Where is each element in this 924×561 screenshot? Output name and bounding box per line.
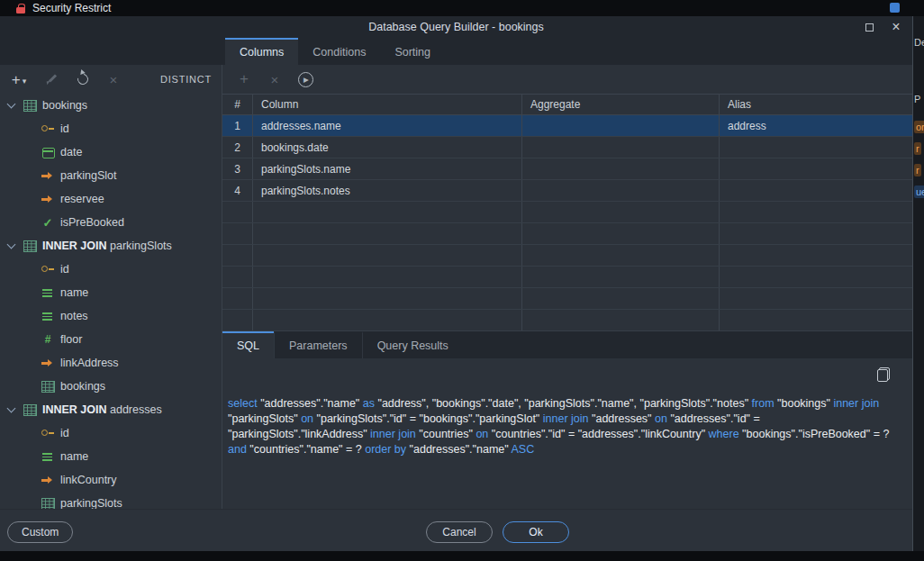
sql-token: "countries"."id" = "addresses"."linkCoun… [488,428,708,440]
column-cell[interactable]: bookings.date [253,137,522,158]
tab-conditions[interactable]: Conditions [298,38,380,65]
tree-item-parkingSlots[interactable]: INNER JOIN parkingSlots [0,234,222,258]
sql-token: "countries"."name" = ? [247,443,365,456]
ok-button[interactable]: Ok [503,521,569,543]
alias-cell[interactable]: address [720,115,912,136]
columns-grid: 1addresses.nameaddress2bookings.date3par… [222,115,912,331]
tab-query-results[interactable]: Query Results [362,331,463,358]
alias-cell[interactable] [720,137,912,158]
cancel-button[interactable]: Cancel [426,521,493,543]
tree-item-reservee[interactable]: reservee [0,187,222,211]
check-icon: ✓ [41,216,54,229]
chevron-down-icon[interactable] [7,240,16,249]
tree-item-name[interactable]: name [0,281,222,304]
add-table-button[interactable]: + ▾ [7,70,31,88]
tab-parameters[interactable]: Parameters [274,331,362,358]
tree-item-name[interactable]: name [0,445,222,468]
tree-item-label: id [60,122,69,135]
tab-sorting[interactable]: Sorting [380,38,445,65]
tree-item-linkAddress[interactable]: linkAddress [0,351,222,375]
dialog-title: Database Query Builder - bookings [0,16,912,38]
table-icon [41,497,54,509]
preview-query-button[interactable]: ▶ [296,70,314,88]
grid-row-empty [222,202,912,223]
row-number: 4 [222,180,253,201]
grid-row[interactable]: 1addresses.nameaddress [222,115,912,137]
tree-item-addresses[interactable]: INNER JOIN addresses [0,398,222,421]
remove-table-button[interactable]: × [104,70,122,88]
maximize-button[interactable] [858,16,880,38]
tree-item-label: linkAddress [60,357,119,369]
sql-token: "addresses"."name" [258,397,363,410]
tab-sql[interactable]: SQL [222,331,274,358]
tree-item-label: bookings [42,99,87,112]
empty-cell [522,267,720,287]
text-icon [41,450,54,463]
grid-row[interactable]: 3parkingSlots.name [222,158,912,180]
tree-item-parkingSlot[interactable]: parkingSlot [0,164,222,187]
aggregate-cell[interactable] [522,137,720,158]
add-column-button[interactable]: + [235,70,253,88]
tree-item-parkingSlots[interactable]: parkingSlots [0,492,222,509]
column-cell[interactable]: addresses.name [253,115,522,136]
remove-column-button[interactable]: × [266,70,284,88]
background-titlebar: Security Restrict [0,0,924,16]
grid-row-empty [222,288,912,310]
background-fragment: or [914,121,924,133]
tree-toolbar: + ▾ × DISTINCT [0,65,222,94]
refresh-button[interactable] [74,70,92,88]
aggregate-cell[interactable] [522,115,720,136]
key-icon [41,263,54,276]
tables-tree: bookingsiddateparkingSlotreservee✓isPreB… [0,94,222,509]
sql-keyword: inner join [370,428,416,440]
distinct-toggle[interactable]: DISTINCT [160,74,212,85]
grid-row[interactable]: 2bookings.date [222,137,912,158]
sql-keyword: where [709,428,739,440]
column-cell[interactable]: parkingSlots.notes [253,180,522,201]
dialog-footer: Custom Cancel Ok [0,509,912,551]
empty-cell [522,223,720,244]
key-icon [41,427,54,439]
close-button[interactable]: × [885,16,907,38]
chevron-down-icon[interactable] [7,100,16,109]
grid-row[interactable]: 4parkingSlots.notes [222,180,912,202]
aggregate-cell[interactable] [522,180,720,201]
tree-item-bookings[interactable]: bookings [0,94,222,117]
tree-item-bookings[interactable]: bookings [0,375,222,398]
security-lock-icon [16,4,25,14]
background-window-edge: DePorrrue [913,16,924,551]
sql-token: "countries" [416,428,476,440]
copy-button[interactable] [874,366,892,384]
aggregate-cell[interactable] [522,158,720,179]
tab-columns[interactable]: Columns [225,38,298,65]
tree-item-notes[interactable]: notes [0,304,222,328]
background-bottom-strip [0,551,924,561]
edit-button[interactable] [43,70,61,88]
dialog-titlebar[interactable]: Database Query Builder - bookings × [0,16,912,38]
alias-cell[interactable] [720,180,912,201]
tree-item-date[interactable]: date [0,140,222,164]
tree-item-label: linkCountry [60,474,117,486]
tree-item-id[interactable]: id [0,421,222,445]
arrow-icon [41,357,54,369]
tree-item-isPreBooked[interactable]: ✓isPreBooked [0,211,222,234]
tree-item-id[interactable]: id [0,258,222,281]
empty-cell [522,310,720,330]
chevron-down-icon[interactable] [7,404,16,413]
pencil-icon [46,73,59,86]
tree-item-floor[interactable]: #floor [0,328,222,351]
tree-item-linkCountry[interactable]: linkCountry [0,468,222,492]
copy-icon [877,367,890,382]
grid-header-aggregate: Aggregate [522,95,720,114]
empty-cell [253,310,522,330]
grid-row-empty [222,310,912,331]
custom-button[interactable]: Custom [7,521,73,543]
empty-cell [720,267,912,287]
maximize-icon [865,23,874,32]
empty-cell [253,223,522,244]
column-cell[interactable]: parkingSlots.name [253,158,522,179]
alias-cell[interactable] [720,158,912,179]
empty-cell [720,245,912,266]
sql-keyword: and [228,443,247,456]
tree-item-id[interactable]: id [0,117,222,140]
